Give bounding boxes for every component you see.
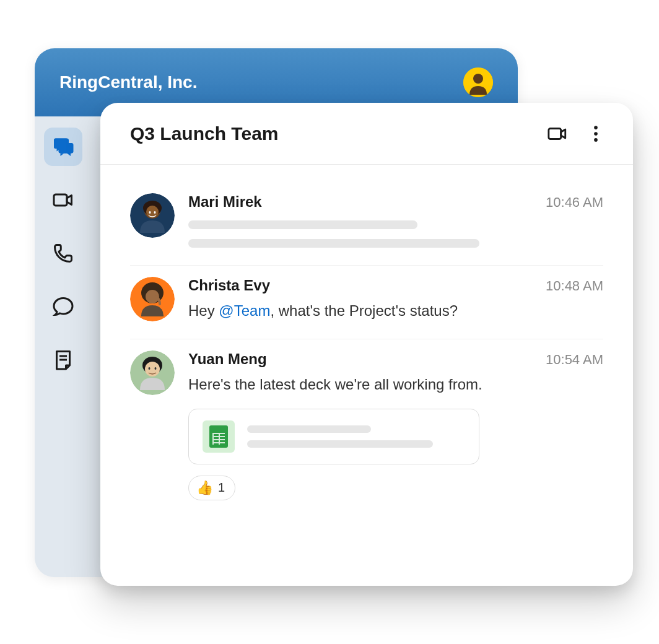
svg-point-24 xyxy=(155,367,157,370)
more-options-button[interactable] xyxy=(583,121,608,146)
video-icon xyxy=(52,189,74,211)
message-body: Here's the latest deck we're all working… xyxy=(188,374,603,395)
message-body: Hey @Team, what's the Project's status? xyxy=(188,300,603,321)
reaction-button[interactable]: 👍 1 xyxy=(188,476,235,500)
phone-icon xyxy=(52,242,74,264)
mention[interactable]: @Team xyxy=(219,302,270,319)
message-item: Yuan Meng 10:54 AM Here's the latest dec… xyxy=(130,339,603,518)
message-text: , what's the Project's status? xyxy=(270,302,458,319)
svg-rect-3 xyxy=(59,143,73,154)
message-time: 10:54 AM xyxy=(546,352,603,368)
chat-message-list: Mari Mirek 10:46 AM Christa Evy 10:48 AM… xyxy=(100,165,633,518)
svg-point-16 xyxy=(154,211,156,214)
messages-icon xyxy=(52,136,74,158)
attachment-card[interactable] xyxy=(188,409,479,464)
chat-bubble-icon xyxy=(52,295,74,318)
message-text: Hey xyxy=(188,302,219,319)
chat-header-actions xyxy=(545,121,608,146)
user-avatar[interactable] xyxy=(463,67,493,97)
message-author: Christa Evy xyxy=(188,277,270,294)
message-placeholder-line xyxy=(188,239,479,248)
avatar[interactable] xyxy=(130,277,175,321)
svg-rect-4 xyxy=(54,194,67,206)
svg-point-8 xyxy=(594,126,598,129)
chat-header: Q3 Launch Team xyxy=(100,103,633,165)
message-author: Yuan Meng xyxy=(188,350,267,368)
message-content: Christa Evy 10:48 AM Hey @Team, what's t… xyxy=(188,277,603,321)
message-time: 10:48 AM xyxy=(546,278,603,294)
sidebar-item-notes[interactable] xyxy=(44,341,82,379)
message-time: 10:46 AM xyxy=(546,194,603,211)
sidebar-item-messages[interactable] xyxy=(44,128,82,166)
message-author: Mari Mirek xyxy=(188,193,262,211)
svg-point-1 xyxy=(473,74,483,84)
sidebar-item-chat[interactable] xyxy=(44,287,82,326)
message-content: Yuan Meng 10:54 AM Here's the latest dec… xyxy=(188,350,603,500)
reaction-count: 1 xyxy=(218,481,225,495)
svg-point-14 xyxy=(146,206,159,218)
message-content: Mari Mirek 10:46 AM xyxy=(188,193,603,248)
message-item: Christa Evy 10:48 AM Hey @Team, what's t… xyxy=(130,266,603,339)
svg-point-15 xyxy=(149,211,151,214)
sidebar-item-phone[interactable] xyxy=(44,234,82,272)
sheets-icon xyxy=(203,420,235,453)
sidebar-item-video[interactable] xyxy=(44,181,82,219)
chat-panel: Q3 Launch Team Mari Mirek 10:46 AM xyxy=(100,103,633,586)
svg-point-23 xyxy=(149,367,151,370)
more-vertical-icon xyxy=(585,123,606,144)
svg-point-10 xyxy=(594,138,598,142)
svg-rect-7 xyxy=(549,128,561,139)
message-placeholder-line xyxy=(188,220,417,229)
attachment-placeholder xyxy=(247,425,465,448)
video-icon xyxy=(547,123,568,144)
org-title: RingCentral, Inc. xyxy=(59,72,197,92)
avatar[interactable] xyxy=(130,350,175,395)
channel-title: Q3 Launch Team xyxy=(130,123,279,144)
thumbs-up-icon: 👍 xyxy=(196,480,213,496)
start-video-button[interactable] xyxy=(545,121,570,146)
sidebar xyxy=(35,116,92,577)
avatar[interactable] xyxy=(130,193,175,238)
svg-point-9 xyxy=(594,132,598,136)
message-item: Mari Mirek 10:46 AM xyxy=(130,182,603,266)
notes-icon xyxy=(52,349,74,371)
